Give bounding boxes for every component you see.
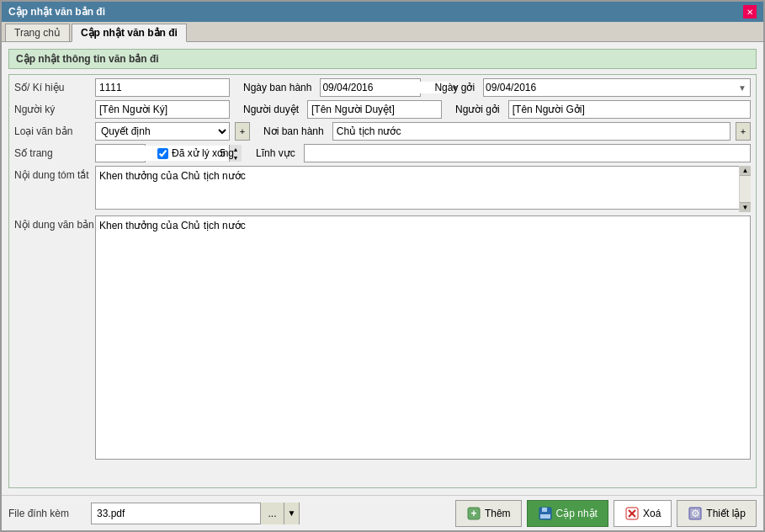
so-ki-hieu-label: Số/ Kí hiệu xyxy=(14,82,90,93)
thiet-lap-icon: ⚙ xyxy=(688,506,703,521)
nguoi-goi-label: Người gởi xyxy=(455,104,500,115)
thiet-lap-button[interactable]: ⚙ Thiết lập xyxy=(677,500,757,527)
tab-trang-chu[interactable]: Trang chủ xyxy=(5,24,70,41)
action-buttons: + Thêm Cập nhật xyxy=(455,500,757,527)
file-dinh-kem-label: File đính kèm xyxy=(8,508,84,519)
file-browse-button[interactable]: ... xyxy=(260,503,284,524)
noi-ban-hanh-add-button[interactable]: + xyxy=(736,122,751,141)
svg-rect-4 xyxy=(540,514,550,519)
them-icon: + xyxy=(466,506,481,521)
scrollbar-noi-dung-tom-tat: ▲ ▼ xyxy=(739,166,751,212)
da-xu-ly-xong-label: Đã xử lý xong xyxy=(172,147,234,159)
form-section: Số/ Kí hiệu Ngày ban hành ▼ Ngày gởi ▼ xyxy=(8,74,757,488)
nguoi-ky-input[interactable] xyxy=(95,100,230,119)
cap-nhat-label: Cập nhật xyxy=(556,508,598,519)
svg-text:⚙: ⚙ xyxy=(691,508,700,519)
svg-rect-3 xyxy=(542,508,547,512)
ngay-ban-hanh-input[interactable] xyxy=(322,82,449,93)
ngay-ban-hanh-field[interactable]: ▼ xyxy=(320,78,421,97)
xoa-label: Xoá xyxy=(643,508,661,519)
tab-bar: Trang chủ Cập nhật văn bản đi xyxy=(2,22,763,42)
window-title: Cập nhật văn bản đi xyxy=(8,6,105,18)
svg-text:+: + xyxy=(470,508,476,519)
ngay-goi-label: Ngày gởi xyxy=(434,82,475,93)
row-so-ki-hieu: Số/ Kí hiệu Ngày ban hành ▼ Ngày gởi ▼ xyxy=(14,78,751,97)
row-loai-van-ban: Loại văn bản Quyết định + Nơi ban hành + xyxy=(14,122,751,141)
them-label: Thêm xyxy=(485,508,511,519)
file-input[interactable] xyxy=(92,506,260,521)
close-button[interactable]: ✕ xyxy=(743,5,757,19)
linh-vuc-label: Lĩnh vực xyxy=(256,147,295,159)
so-ki-hieu-input[interactable] xyxy=(95,78,230,97)
scroll-up-arrow[interactable]: ▲ xyxy=(740,166,751,176)
noi-dung-tom-tat-textarea[interactable]: Khen thưởng của Chủ tịch nước xyxy=(95,166,751,210)
nguoi-duyet-label: Người duyệt xyxy=(243,104,299,115)
da-xu-ly-xong-row: Đã xử lý xong xyxy=(157,147,234,159)
xoa-icon xyxy=(624,506,640,521)
row-nguoi-ky: Người ký Người duyệt Người gởi xyxy=(14,100,751,119)
section-title: Cập nhật thông tin văn bản đi xyxy=(8,49,757,69)
bottom-bar: File đính kèm ... ▼ + Thêm xyxy=(2,495,763,530)
row-so-trang: Số trang ▲ ▼ Đã xử lý xong Lĩnh vực xyxy=(14,144,751,162)
main-window: Cập nhật văn bản đi ✕ Trang chủ Cập nhật… xyxy=(0,0,765,532)
noi-dung-van-ban-label: Nội dung văn bản xyxy=(14,215,90,231)
noi-ban-hanh-input[interactable] xyxy=(332,122,730,141)
row-noi-dung-tom-tat: Nội dung tóm tắt Khen thưởng của Chủ tịc… xyxy=(14,166,751,212)
thiet-lap-label: Thiết lập xyxy=(706,508,746,519)
form-rows: Số/ Kí hiệu Ngày ban hành ▼ Ngày gởi ▼ xyxy=(14,78,751,460)
cap-nhat-icon xyxy=(538,506,553,521)
nguoi-duyet-input[interactable] xyxy=(307,100,442,119)
linh-vuc-input[interactable] xyxy=(304,144,751,162)
tab-cap-nhat[interactable]: Cập nhật văn bản đi xyxy=(72,24,187,42)
loai-van-ban-select[interactable]: Quyết định xyxy=(95,122,230,141)
ngay-ban-hanh-label: Ngày ban hành xyxy=(243,82,311,93)
so-trang-field: ▲ ▼ xyxy=(95,144,146,162)
scroll-track xyxy=(740,176,751,202)
title-bar: Cập nhật văn bản đi ✕ xyxy=(2,2,763,22)
ngay-goi-dropdown-arrow[interactable]: ▼ xyxy=(736,83,748,93)
file-dropdown-button[interactable]: ▼ xyxy=(284,503,299,524)
ngay-goi-field[interactable]: ▼ xyxy=(483,78,751,97)
xoa-button[interactable]: Xoá xyxy=(614,500,672,527)
da-xu-ly-xong-checkbox[interactable] xyxy=(157,148,168,159)
noi-dung-tom-tat-label: Nội dung tóm tắt xyxy=(14,166,90,181)
noi-dung-van-ban-textarea[interactable]: Khen thưởng của Chủ tịch nước xyxy=(95,215,751,460)
file-input-container: ... ▼ xyxy=(91,503,300,524)
content-area: Cập nhật thông tin văn bản đi Số/ Kí hiệ… xyxy=(2,42,763,495)
them-button[interactable]: + Thêm xyxy=(455,500,522,527)
loai-add-button[interactable]: + xyxy=(235,122,250,141)
noi-ban-hanh-label: Nơi ban hành xyxy=(263,125,324,137)
nguoi-goi-input[interactable] xyxy=(508,100,751,119)
so-trang-label: Số trang xyxy=(14,147,90,159)
loai-van-ban-label: Loại văn bản xyxy=(14,125,90,137)
scroll-down-arrow[interactable]: ▼ xyxy=(740,202,751,212)
noi-dung-tom-tat-container: Khen thưởng của Chủ tịch nước ▲ ▼ xyxy=(95,166,751,212)
nguoi-ky-label: Người ký xyxy=(14,104,90,115)
row-noi-dung-van-ban: Nội dung văn bản Khen thưởng của Chủ tịc… xyxy=(14,215,751,460)
cap-nhat-button[interactable]: Cập nhật xyxy=(527,500,608,527)
ngay-goi-input[interactable] xyxy=(486,82,736,93)
